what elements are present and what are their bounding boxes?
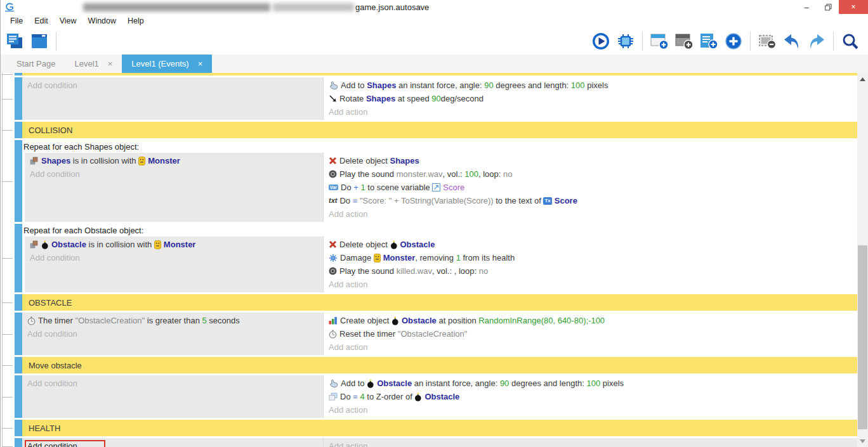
- comment-row[interactable]: COLLISION: [1, 122, 857, 138]
- add-condition-button[interactable]: Add condition: [30, 167, 323, 181]
- menu-help[interactable]: Help: [122, 15, 150, 27]
- action-line[interactable]: Play the sound monster.wav, vol.: 100, l…: [329, 167, 857, 181]
- event-selection-bar[interactable]: [15, 122, 22, 138]
- add-circle-icon[interactable]: [723, 31, 744, 51]
- event-selection-bar[interactable]: [15, 420, 22, 436]
- conditions-panel[interactable]: Add condition: [22, 375, 323, 418]
- event-header[interactable]: Repeat for each Obstacle object:: [22, 224, 857, 236]
- event-selection-bar[interactable]: [15, 438, 22, 447]
- minimize-button[interactable]: –: [796, 0, 817, 14]
- row-body: Add conditionAdd to Obstacle an instant …: [22, 375, 857, 418]
- add-action-button[interactable]: Add action: [329, 340, 857, 354]
- event-selection-bar[interactable]: [15, 77, 22, 120]
- event-row[interactable]: The timer "ObstacleCreation" is greater …: [1, 313, 857, 355]
- add-condition-button[interactable]: Add condition: [27, 377, 323, 390]
- conditions-panel[interactable]: Add condition: [22, 438, 323, 447]
- event-selection-bar[interactable]: [15, 140, 22, 222]
- action-line[interactable]: Do = 4 to Z-order of Obstacle: [329, 390, 857, 403]
- action-line[interactable]: Play the sound killed.wav, vol.: , loop:…: [329, 264, 857, 278]
- action-line[interactable]: VarDo + 1 to scene variable Score: [329, 181, 857, 194]
- comment-row[interactable]: HEALTH: [1, 420, 857, 436]
- event-row[interactable]: Add conditionAdd to Shapes an instant fo…: [1, 77, 857, 120]
- event-row[interactable]: Repeat for each Shapes object:Shapes is …: [1, 140, 857, 222]
- tab-level1-events[interactable]: Level1 (Events)×: [122, 55, 212, 73]
- conditions-panel[interactable]: Shapes is in collision with MonsterAdd c…: [25, 153, 323, 222]
- add-action-button[interactable]: Add action: [329, 403, 857, 417]
- placeholder-label: Add condition: [27, 441, 77, 447]
- menu-view[interactable]: View: [54, 15, 82, 27]
- event-header[interactable]: Repeat for each Shapes object:: [22, 140, 857, 153]
- debug-icon[interactable]: [615, 31, 636, 51]
- add-comment-icon[interactable]: [699, 31, 719, 51]
- event-selection-bar[interactable]: [15, 375, 22, 418]
- add-action-button[interactable]: Add action: [329, 207, 857, 221]
- event-selection-bar[interactable]: [15, 357, 22, 373]
- scene-editor-icon[interactable]: [29, 31, 49, 51]
- action-line[interactable]: Delete object Obstacle: [329, 238, 857, 251]
- actions-panel[interactable]: Add to Shapes an instant force, angle: 9…: [323, 77, 857, 120]
- add-action-button[interactable]: Add action: [329, 278, 857, 291]
- row-body: HEALTH: [22, 420, 857, 436]
- event-selection-bar[interactable]: [15, 313, 22, 355]
- conditions-panel[interactable]: Add condition: [22, 77, 323, 120]
- add-event-icon[interactable]: [649, 31, 669, 51]
- text-segment: to the text of: [494, 196, 544, 205]
- text-segment: Obstacle: [424, 392, 459, 401]
- action-line[interactable]: Delete object Shapes: [329, 154, 857, 167]
- action-line[interactable]: Reset the timer "ObstacleCreation": [329, 327, 857, 340]
- actions-panel[interactable]: Create object Obstacle at position Rando…: [323, 313, 857, 355]
- event-selection-bar[interactable]: [15, 73, 22, 75]
- redo-icon[interactable]: [806, 31, 827, 51]
- condition-line[interactable]: The timer "ObstacleCreation" is greater …: [27, 314, 323, 327]
- actions-panel[interactable]: Delete object ShapesPlay the sound monst…: [323, 153, 857, 222]
- actions-panel[interactable]: Add action: [323, 438, 857, 447]
- project-manager-icon[interactable]: [4, 31, 25, 51]
- conditions-panel[interactable]: Obstacle is in collision with MonsterAdd…: [25, 236, 323, 292]
- placeholder-label: Add action: [329, 342, 367, 352]
- action-line[interactable]: Damage Monster, removing 1 from its heal…: [329, 251, 857, 264]
- comment-row[interactable]: OBSTACLE: [1, 294, 857, 311]
- comment-row[interactable]: Move obstacle: [1, 357, 857, 373]
- play-icon[interactable]: [591, 31, 611, 51]
- menu-edit[interactable]: Edit: [29, 15, 54, 27]
- add-action-button[interactable]: Add action: [329, 105, 857, 119]
- menu-file[interactable]: File: [4, 15, 29, 27]
- tab-close-icon[interactable]: ×: [108, 59, 113, 68]
- scroll-up-arrow[interactable]: [857, 74, 868, 84]
- add-condition-button[interactable]: Add condition: [27, 79, 323, 92]
- add-condition-button[interactable]: Add condition: [27, 327, 323, 340]
- vertical-scrollbar[interactable]: [857, 73, 868, 447]
- remove-frame-icon[interactable]: [757, 31, 777, 51]
- event-row[interactable]: Add conditionAdd to Obstacle an instant …: [1, 375, 857, 418]
- menu-window[interactable]: Window: [82, 15, 122, 27]
- action-line[interactable]: Add to Shapes an instant force, angle: 9…: [329, 79, 857, 92]
- undo-icon[interactable]: [782, 31, 802, 51]
- action-line[interactable]: Create object Obstacle at position Rando…: [329, 314, 857, 327]
- event-selection-bar[interactable]: [15, 224, 22, 292]
- event-row[interactable]: Add conditionAdd action: [1, 438, 857, 447]
- scroll-down-arrow[interactable]: [857, 436, 868, 446]
- action-line[interactable]: Rotate Shapes at speed 90deg/second: [329, 92, 857, 105]
- tab-level1[interactable]: Level1×: [65, 55, 122, 73]
- actions-panel[interactable]: Delete object ObstacleDamage Monster, re…: [323, 236, 857, 292]
- search-icon[interactable]: [840, 31, 860, 51]
- action-line[interactable]: Add to Obstacle an instant force, angle:…: [329, 377, 857, 390]
- close-button[interactable]: ×: [839, 0, 868, 14]
- event-row[interactable]: Repeat for each Obstacle object:Obstacle…: [1, 224, 857, 292]
- maximize-button[interactable]: [817, 0, 839, 14]
- event-selection-bar[interactable]: [15, 294, 22, 311]
- add-subevent-icon[interactable]: [674, 31, 694, 51]
- text-segment: 90: [431, 94, 440, 103]
- add-condition-button[interactable]: Add condition: [27, 439, 323, 447]
- condition-line[interactable]: Shapes is in collision with Monster: [30, 154, 323, 167]
- action-line[interactable]: txtDo = "Score: " + ToString(Variable(Sc…: [329, 194, 857, 207]
- scrollbar-thumb[interactable]: [858, 245, 867, 429]
- tab-close-icon[interactable]: ×: [198, 59, 203, 68]
- partial-comment-strip: [1, 73, 857, 75]
- add-action-button[interactable]: Add action: [329, 439, 857, 447]
- conditions-panel[interactable]: The timer "ObstacleCreation" is greater …: [22, 313, 323, 355]
- condition-line[interactable]: Obstacle is in collision with Monster: [30, 238, 323, 251]
- tab-start-page[interactable]: Start Page: [7, 55, 65, 73]
- actions-panel[interactable]: Add to Obstacle an instant force, angle:…: [323, 375, 857, 418]
- add-condition-button[interactable]: Add condition: [30, 251, 323, 264]
